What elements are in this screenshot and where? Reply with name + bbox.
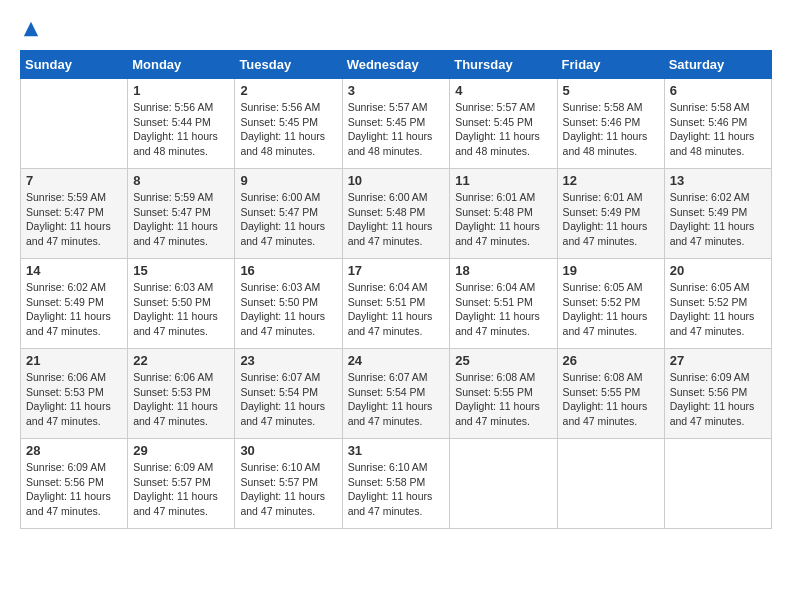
day-info: Sunrise: 6:08 AM Sunset: 5:55 PM Dayligh… xyxy=(455,370,551,429)
day-number: 4 xyxy=(455,83,551,98)
calendar-cell: 12Sunrise: 6:01 AM Sunset: 5:49 PM Dayli… xyxy=(557,169,664,259)
day-info: Sunrise: 6:01 AM Sunset: 5:48 PM Dayligh… xyxy=(455,190,551,249)
day-info: Sunrise: 6:08 AM Sunset: 5:55 PM Dayligh… xyxy=(563,370,659,429)
day-number: 5 xyxy=(563,83,659,98)
day-number: 30 xyxy=(240,443,336,458)
day-number: 12 xyxy=(563,173,659,188)
day-number: 3 xyxy=(348,83,445,98)
day-info: Sunrise: 6:06 AM Sunset: 5:53 PM Dayligh… xyxy=(133,370,229,429)
calendar-table: SundayMondayTuesdayWednesdayThursdayFrid… xyxy=(20,50,772,529)
day-number: 29 xyxy=(133,443,229,458)
day-info: Sunrise: 5:56 AM Sunset: 5:45 PM Dayligh… xyxy=(240,100,336,159)
calendar-cell: 20Sunrise: 6:05 AM Sunset: 5:52 PM Dayli… xyxy=(664,259,771,349)
day-info: Sunrise: 6:00 AM Sunset: 5:47 PM Dayligh… xyxy=(240,190,336,249)
calendar-week-3: 14Sunrise: 6:02 AM Sunset: 5:49 PM Dayli… xyxy=(21,259,772,349)
day-number: 17 xyxy=(348,263,445,278)
day-number: 14 xyxy=(26,263,122,278)
day-info: Sunrise: 6:01 AM Sunset: 5:49 PM Dayligh… xyxy=(563,190,659,249)
day-number: 18 xyxy=(455,263,551,278)
calendar-week-1: 1Sunrise: 5:56 AM Sunset: 5:44 PM Daylig… xyxy=(21,79,772,169)
page-header xyxy=(20,20,772,34)
calendar-cell: 4Sunrise: 5:57 AM Sunset: 5:45 PM Daylig… xyxy=(450,79,557,169)
day-info: Sunrise: 6:10 AM Sunset: 5:58 PM Dayligh… xyxy=(348,460,445,519)
calendar-cell: 9Sunrise: 6:00 AM Sunset: 5:47 PM Daylig… xyxy=(235,169,342,259)
day-number: 24 xyxy=(348,353,445,368)
calendar-cell: 24Sunrise: 6:07 AM Sunset: 5:54 PM Dayli… xyxy=(342,349,450,439)
calendar-cell: 31Sunrise: 6:10 AM Sunset: 5:58 PM Dayli… xyxy=(342,439,450,529)
calendar-cell: 3Sunrise: 5:57 AM Sunset: 5:45 PM Daylig… xyxy=(342,79,450,169)
calendar-cell: 25Sunrise: 6:08 AM Sunset: 5:55 PM Dayli… xyxy=(450,349,557,439)
calendar-cell: 21Sunrise: 6:06 AM Sunset: 5:53 PM Dayli… xyxy=(21,349,128,439)
calendar-cell: 18Sunrise: 6:04 AM Sunset: 5:51 PM Dayli… xyxy=(450,259,557,349)
header-friday: Friday xyxy=(557,51,664,79)
day-number: 22 xyxy=(133,353,229,368)
day-number: 10 xyxy=(348,173,445,188)
day-info: Sunrise: 6:03 AM Sunset: 5:50 PM Dayligh… xyxy=(240,280,336,339)
day-number: 19 xyxy=(563,263,659,278)
day-info: Sunrise: 6:09 AM Sunset: 5:56 PM Dayligh… xyxy=(26,460,122,519)
calendar-cell: 1Sunrise: 5:56 AM Sunset: 5:44 PM Daylig… xyxy=(128,79,235,169)
calendar-cell: 2Sunrise: 5:56 AM Sunset: 5:45 PM Daylig… xyxy=(235,79,342,169)
calendar-cell: 22Sunrise: 6:06 AM Sunset: 5:53 PM Dayli… xyxy=(128,349,235,439)
calendar-cell: 17Sunrise: 6:04 AM Sunset: 5:51 PM Dayli… xyxy=(342,259,450,349)
day-number: 8 xyxy=(133,173,229,188)
day-number: 31 xyxy=(348,443,445,458)
logo xyxy=(20,20,40,34)
header-thursday: Thursday xyxy=(450,51,557,79)
day-info: Sunrise: 6:05 AM Sunset: 5:52 PM Dayligh… xyxy=(563,280,659,339)
day-info: Sunrise: 6:05 AM Sunset: 5:52 PM Dayligh… xyxy=(670,280,766,339)
logo-icon xyxy=(22,20,40,38)
calendar-header-row: SundayMondayTuesdayWednesdayThursdayFrid… xyxy=(21,51,772,79)
day-info: Sunrise: 6:04 AM Sunset: 5:51 PM Dayligh… xyxy=(455,280,551,339)
day-info: Sunrise: 5:59 AM Sunset: 5:47 PM Dayligh… xyxy=(26,190,122,249)
calendar-cell: 29Sunrise: 6:09 AM Sunset: 5:57 PM Dayli… xyxy=(128,439,235,529)
day-number: 7 xyxy=(26,173,122,188)
calendar-cell: 7Sunrise: 5:59 AM Sunset: 5:47 PM Daylig… xyxy=(21,169,128,259)
calendar-week-2: 7Sunrise: 5:59 AM Sunset: 5:47 PM Daylig… xyxy=(21,169,772,259)
calendar-week-5: 28Sunrise: 6:09 AM Sunset: 5:56 PM Dayli… xyxy=(21,439,772,529)
calendar-cell xyxy=(450,439,557,529)
calendar-cell xyxy=(557,439,664,529)
calendar-cell: 6Sunrise: 5:58 AM Sunset: 5:46 PM Daylig… xyxy=(664,79,771,169)
day-number: 28 xyxy=(26,443,122,458)
calendar-cell: 13Sunrise: 6:02 AM Sunset: 5:49 PM Dayli… xyxy=(664,169,771,259)
calendar-cell: 23Sunrise: 6:07 AM Sunset: 5:54 PM Dayli… xyxy=(235,349,342,439)
day-info: Sunrise: 5:56 AM Sunset: 5:44 PM Dayligh… xyxy=(133,100,229,159)
day-number: 2 xyxy=(240,83,336,98)
calendar-cell: 8Sunrise: 5:59 AM Sunset: 5:47 PM Daylig… xyxy=(128,169,235,259)
day-number: 9 xyxy=(240,173,336,188)
day-info: Sunrise: 6:02 AM Sunset: 5:49 PM Dayligh… xyxy=(670,190,766,249)
day-info: Sunrise: 5:57 AM Sunset: 5:45 PM Dayligh… xyxy=(455,100,551,159)
calendar-cell: 28Sunrise: 6:09 AM Sunset: 5:56 PM Dayli… xyxy=(21,439,128,529)
day-info: Sunrise: 6:10 AM Sunset: 5:57 PM Dayligh… xyxy=(240,460,336,519)
header-tuesday: Tuesday xyxy=(235,51,342,79)
day-info: Sunrise: 6:00 AM Sunset: 5:48 PM Dayligh… xyxy=(348,190,445,249)
calendar-cell: 11Sunrise: 6:01 AM Sunset: 5:48 PM Dayli… xyxy=(450,169,557,259)
day-info: Sunrise: 6:02 AM Sunset: 5:49 PM Dayligh… xyxy=(26,280,122,339)
day-number: 13 xyxy=(670,173,766,188)
day-number: 15 xyxy=(133,263,229,278)
day-number: 6 xyxy=(670,83,766,98)
day-info: Sunrise: 5:57 AM Sunset: 5:45 PM Dayligh… xyxy=(348,100,445,159)
day-info: Sunrise: 5:59 AM Sunset: 5:47 PM Dayligh… xyxy=(133,190,229,249)
day-number: 11 xyxy=(455,173,551,188)
day-info: Sunrise: 6:07 AM Sunset: 5:54 PM Dayligh… xyxy=(240,370,336,429)
day-info: Sunrise: 6:09 AM Sunset: 5:56 PM Dayligh… xyxy=(670,370,766,429)
day-info: Sunrise: 5:58 AM Sunset: 5:46 PM Dayligh… xyxy=(670,100,766,159)
day-number: 27 xyxy=(670,353,766,368)
day-info: Sunrise: 5:58 AM Sunset: 5:46 PM Dayligh… xyxy=(563,100,659,159)
day-number: 26 xyxy=(563,353,659,368)
header-wednesday: Wednesday xyxy=(342,51,450,79)
header-sunday: Sunday xyxy=(21,51,128,79)
svg-marker-0 xyxy=(24,22,38,36)
calendar-cell xyxy=(664,439,771,529)
day-number: 25 xyxy=(455,353,551,368)
day-info: Sunrise: 6:06 AM Sunset: 5:53 PM Dayligh… xyxy=(26,370,122,429)
calendar-cell: 5Sunrise: 5:58 AM Sunset: 5:46 PM Daylig… xyxy=(557,79,664,169)
calendar-cell: 15Sunrise: 6:03 AM Sunset: 5:50 PM Dayli… xyxy=(128,259,235,349)
calendar-cell: 16Sunrise: 6:03 AM Sunset: 5:50 PM Dayli… xyxy=(235,259,342,349)
calendar-cell: 26Sunrise: 6:08 AM Sunset: 5:55 PM Dayli… xyxy=(557,349,664,439)
calendar-cell: 19Sunrise: 6:05 AM Sunset: 5:52 PM Dayli… xyxy=(557,259,664,349)
day-number: 21 xyxy=(26,353,122,368)
day-number: 20 xyxy=(670,263,766,278)
